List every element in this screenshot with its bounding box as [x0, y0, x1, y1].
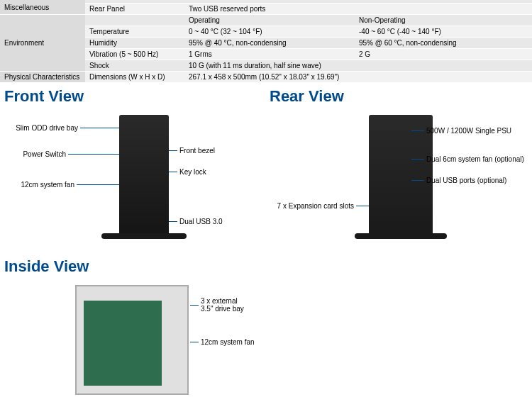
callout-bezel: Front bezel — [177, 147, 217, 155]
val-vib-nop: 2 G — [355, 49, 532, 60]
val-rear-panel: Two USB reserved ports — [184, 4, 532, 15]
val-hum-nop: 95% @ 60 °C, non-condensing — [355, 38, 532, 49]
chassis-inside-image — [75, 285, 189, 395]
rear-view-title: Rear View — [270, 87, 528, 106]
val-shock: 10 G (with 11 ms duration, half sine wav… — [184, 60, 532, 72]
val-hum-op: 95% @ 40 °C, non-condensing — [184, 38, 355, 49]
callout-fan12-front: 12cm system fan — [18, 181, 77, 189]
inside-view-title: Inside View — [4, 257, 528, 276]
callout-odd: Slim ODD drive bay — [13, 124, 80, 132]
chassis-front-image — [119, 115, 169, 235]
label-vib: Vibration (5 ~ 500 Hz) — [85, 49, 184, 60]
val-temp-op: 0 ~ 40 °C (32 ~ 104 °F) — [184, 26, 355, 38]
val-vib-op: 1 Grms — [184, 49, 355, 60]
cat-phys: Physical Characteristics — [0, 72, 85, 83]
callout-usb-rear: Dual USB ports (optional) — [424, 177, 509, 184]
cat-env: Environment — [0, 15, 85, 72]
front-view-diagram: Slim ODD drive bay Power Switch 12cm sys… — [4, 111, 262, 253]
label-temp: Temperature — [85, 26, 184, 38]
label-shock: Shock — [85, 60, 184, 72]
label-dim: Dimensions (W x H x D) — [85, 72, 184, 83]
header-operating: Operating — [184, 15, 355, 26]
label-rear-panel: Rear Panel — [85, 4, 184, 15]
cat-misc: Miscellaneous — [0, 0, 85, 15]
front-view-title: Front View — [4, 87, 262, 106]
callout-slots: 7 x Expansion card slots — [275, 202, 356, 210]
callout-psu: 500W / 1200W Single PSU — [424, 127, 514, 135]
callout-keylock: Key lock — [177, 168, 209, 176]
callout-usb-front: Dual USB 3.0 — [177, 218, 225, 225]
header-non-operating: Non-Operating — [355, 15, 532, 26]
label-hum: Humidity — [85, 38, 184, 49]
rear-view-diagram: 500W / 1200W Single PSU Dual 6cm system … — [270, 111, 528, 253]
callout-bays: 3 x external 3.5" drive bay — [199, 297, 246, 313]
callout-power: Power Switch — [21, 150, 68, 158]
val-temp-nop: -40 ~ 60 °C (-40 ~ 140 °F) — [355, 26, 532, 38]
inside-view-diagram: 3 x external 3.5" drive bay 12cm system … — [4, 281, 528, 419]
callout-fan12-inside: 12cm system fan — [199, 338, 257, 346]
callout-fan6: Dual 6cm system fan (optional) — [424, 155, 526, 163]
val-dim: 267.1 x 458 x 500mm (10.52" x 18.03" x 1… — [184, 72, 532, 83]
spec-table: Miscellaneous Rear Panel Two USB reserve… — [0, 0, 532, 83]
